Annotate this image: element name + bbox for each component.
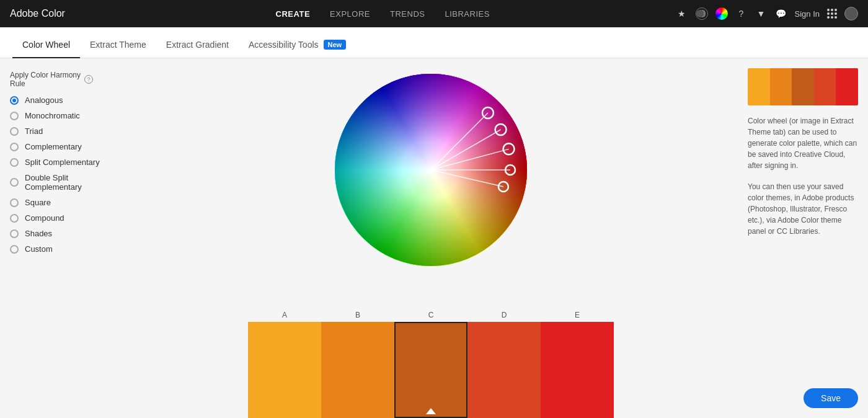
harmony-help-icon[interactable]: ?	[84, 75, 93, 84]
nav-trends[interactable]: TRENDS	[390, 9, 425, 19]
tab-extract-gradient[interactable]: Extract Gradient	[156, 32, 239, 58]
tab-accessibility-tools[interactable]: Accessibility Tools New	[239, 32, 356, 58]
radio-circle-1	[10, 112, 19, 120]
harmony-rules-list: AnalogousMonochromaticTriadComplementary…	[10, 96, 114, 254]
preview-color-strip	[748, 68, 858, 105]
help-icon[interactable]: ?	[735, 7, 748, 20]
info-text-1: Color wheel (or image in Extract Theme t…	[748, 115, 858, 171]
color-wheel-container[interactable]	[332, 71, 530, 269]
color-swatch-a[interactable]	[248, 322, 321, 418]
color-swatch-b[interactable]	[321, 322, 394, 418]
harmony-rule-custom[interactable]: Custom	[10, 244, 114, 254]
preview-swatch-4	[836, 68, 858, 105]
harmony-rule-split-complementary[interactable]: Split Complementary	[10, 158, 114, 167]
color-strip-area: ABCDE	[124, 311, 738, 418]
column-label-a: A	[248, 311, 321, 319]
radio-circle-5	[10, 178, 19, 187]
top-nav: Adobe Color CREATE EXPLORE TRENDS LIBRAR…	[0, 0, 868, 27]
nav-libraries[interactable]: LIBRARIES	[445, 9, 489, 19]
preview-swatch-0	[748, 68, 770, 105]
main-content: Apply Color Harmony Rule ? AnalogousMono…	[0, 58, 868, 418]
column-label-c: C	[394, 311, 467, 319]
radio-circle-8	[10, 229, 19, 238]
radio-circle-7	[10, 214, 19, 223]
info-text-2: You can then use your saved color themes…	[748, 181, 858, 237]
profile-icon[interactable]	[844, 7, 858, 20]
nav-right-icons: ★ ? ▼ 💬 Sign In	[676, 7, 858, 20]
harmony-rule-analogous[interactable]: Analogous	[10, 96, 114, 105]
harmony-rule-triad[interactable]: Triad	[10, 127, 114, 136]
brand-logo: Adobe Color	[10, 8, 65, 19]
radio-circle-6	[10, 198, 19, 207]
nav-links: CREATE EXPLORE TRENDS LIBRARIES	[90, 9, 676, 19]
harmony-rule-monochromatic[interactable]: Monochromatic	[10, 111, 114, 120]
harmony-label: Apply Color Harmony Rule ?	[10, 71, 114, 88]
radio-circle-2	[10, 127, 19, 136]
harmony-rule-shades[interactable]: Shades	[10, 229, 114, 238]
column-label-d: D	[467, 311, 541, 319]
radio-circle-3	[10, 143, 19, 151]
color-mode-icon[interactable]	[715, 7, 728, 20]
center-area: ABCDE	[124, 58, 738, 418]
notifications-icon[interactable]: ▼	[755, 7, 768, 20]
save-button[interactable]: Save	[804, 388, 858, 408]
harmony-rule-complementary[interactable]: Complementary	[10, 142, 114, 151]
theme-toggle-icon[interactable]	[696, 7, 708, 20]
swatch-marker	[426, 408, 436, 414]
left-panel: Apply Color Harmony Rule ? AnalogousMono…	[0, 58, 124, 418]
right-panel: Color wheel (or image in Extract Theme t…	[738, 58, 868, 418]
radio-circle-4	[10, 158, 19, 167]
preview-swatch-1	[770, 68, 792, 105]
preview-swatch-3	[814, 68, 836, 105]
star-icon[interactable]: ★	[676, 7, 688, 20]
radio-circle-0	[10, 96, 19, 105]
column-label-b: B	[321, 311, 394, 319]
tab-color-wheel[interactable]: Color Wheel	[12, 32, 80, 58]
harmony-rule-double-split-complementary[interactable]: Double Split Complementary	[10, 173, 114, 192]
nav-create[interactable]: CREATE	[276, 9, 310, 19]
color-wheel-canvas[interactable]	[332, 71, 530, 269]
apps-grid-icon[interactable]	[827, 9, 837, 19]
harmony-rule-square[interactable]: Square	[10, 198, 114, 207]
color-strip	[248, 322, 614, 418]
harmony-rule-compound[interactable]: Compound	[10, 213, 114, 223]
preview-swatch-2	[792, 68, 814, 105]
tab-extract-theme[interactable]: Extract Theme	[80, 32, 156, 58]
column-labels: ABCDE	[124, 311, 738, 319]
color-swatch-d[interactable]	[467, 322, 541, 418]
color-swatch-c[interactable]	[394, 322, 467, 418]
column-label-e: E	[541, 311, 614, 319]
new-badge: New	[324, 40, 347, 50]
sign-in-button[interactable]: Sign In	[795, 9, 820, 19]
nav-explore[interactable]: EXPLORE	[330, 9, 370, 19]
chat-icon[interactable]: 💬	[775, 7, 787, 20]
sub-nav: Color Wheel Extract Theme Extract Gradie…	[0, 27, 868, 58]
radio-circle-9	[10, 245, 19, 254]
color-swatch-e[interactable]	[541, 322, 614, 418]
